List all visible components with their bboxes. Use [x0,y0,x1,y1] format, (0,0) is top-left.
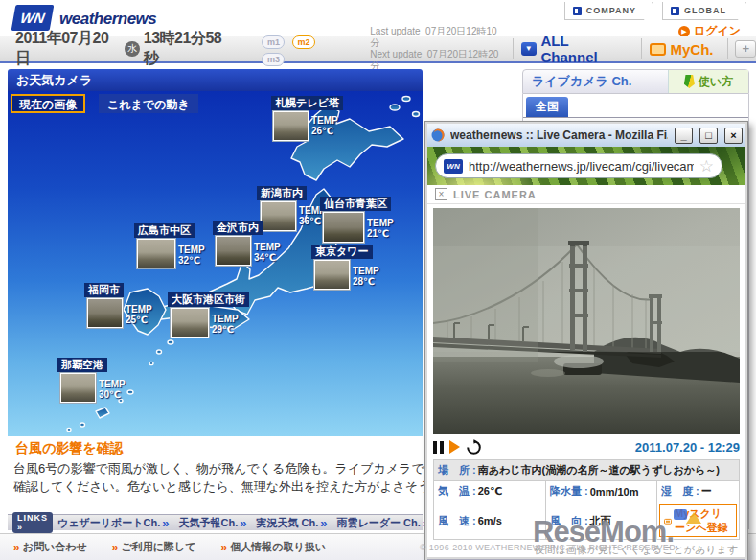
info-row-weather: 気 温 : 26℃ 降水量 : 0mm/10m 湿 度 : ー [433,481,740,502]
camera-thumbnail[interactable] [60,373,96,403]
camera-thumbnail[interactable] [261,201,296,231]
tab-current-image[interactable]: 現在の画像 [11,94,85,113]
company-button[interactable]: COMPANY [564,2,653,20]
weekday-badge: 水 [125,41,140,57]
tab-movement-history[interactable]: これまでの動き [99,94,198,113]
maximize-button[interactable]: □ [699,128,718,144]
m1-badge[interactable]: m1 [262,35,285,49]
m2-badge[interactable]: m2 [292,35,315,49]
current-date: 2011年07月20日 [15,29,121,69]
camera-name-label: 広島市中区 [134,223,195,238]
bookmark-star-icon[interactable]: ☆ [699,158,714,175]
mych-label: MyCh. [671,41,714,58]
links-button[interactable]: LINKS » [12,512,53,533]
live-camera-channel-title: ライブカメラ Ch. [523,73,631,90]
links-bar: LINKS » ウェザーリポートCh. » 天気予報Ch. » 実況天気 Ch.… [8,514,423,530]
weathernews-logo-icon[interactable]: WN [11,5,55,31]
rainfall-value: 0mm/10m [590,486,639,498]
refresh-button[interactable] [466,439,482,455]
company-icon [573,7,582,15]
place-label: 場 所 : [438,463,476,478]
camera-temp: TEMP21℃ [367,218,394,239]
minimize-button[interactable]: _ [675,128,693,144]
url-text[interactable]: http://weathernews.jp/livecam/cgi/liveca… [469,159,694,174]
notice-title: 台風の影響を確認 [15,440,124,457]
watermark-icon [674,509,687,520]
camera-name-label: 札幌テレビ塔 [271,96,343,110]
live-camera-channel-header: ライブカメラ Ch. 使い方 [522,69,749,94]
camera-temp: TEMP34℃ [254,242,281,263]
link-forecast-ch[interactable]: 天気予報Ch. [179,516,239,530]
footer-terms-link[interactable]: »ご利用に際して [112,540,196,554]
wind-speed-label: 風 速 : [438,514,476,528]
resemom-watermark: ReseMom. [533,515,674,549]
close-button[interactable]: × [724,128,743,144]
all-channel-label: ALL Channel [541,33,628,65]
link-rain-radar-ch[interactable]: 雨雲レーダー Ch. [337,516,421,530]
play-button[interactable] [449,440,460,454]
separator [727,38,728,59]
temperature-label: 気 温 : [438,484,476,499]
camera-thumbnail[interactable] [171,308,209,338]
chevron-icon: » [240,516,246,530]
next-update-label: Next update [370,49,422,59]
close-icon[interactable]: × [435,188,447,200]
help-label: 使い方 [699,74,733,90]
camera-name-label: 大阪市港区市街 [168,292,249,307]
camera-thumbnail[interactable] [314,260,350,290]
link-weather-report-ch[interactable]: ウェザーリポートCh. [57,516,160,530]
notice-line-1: 台風6号の影響で雨風が激しく、物が飛んでくる危険も。ライブカメラで外の様 [13,460,425,478]
rainfall-label: 降水量 : [550,484,588,499]
add-channel-button[interactable]: + [735,40,756,58]
bridge-scene [433,208,740,434]
tv-icon [650,43,666,56]
camera-thumbnail[interactable] [323,212,364,243]
temperature-value: 26℃ [478,485,503,498]
humidity-label: 湿 度 : [661,484,699,499]
m3-badge[interactable]: m3 [262,53,285,66]
camera-temp: TEMP25℃ [126,304,152,325]
notice-line-2: 確認してください。危ないと感じたら、無理な外出を控えた方がよさそうです。 [13,478,425,496]
login-arrow-icon: ▶ [678,26,690,37]
divider [523,117,748,118]
camera-temp: TEMP28℃ [353,266,379,287]
arrow-icon: » [13,541,20,554]
camera-name-label: 新潟市内 [257,186,307,200]
camera-name-label: 仙台市青葉区 [320,197,391,211]
tab-zenkoku[interactable]: 全国 [526,97,568,117]
japan-map: 現在の画像 これまでの動き 札幌テレビ塔 TEMP26℃ 新潟市内 TEMP36… [8,91,423,436]
mych-button[interactable]: MyCh. [650,41,714,58]
global-label: GLOBAL [684,6,726,15]
global-button[interactable]: GLOBAL [662,2,746,20]
camera-thumbnail[interactable] [87,298,123,328]
popup-title-bar[interactable]: weathernews :: Live Camera - Mozilla Fi.… [427,124,745,147]
camera-thumbnail[interactable] [273,111,309,141]
global-icon [671,7,679,15]
beginner-mark-icon [684,75,695,88]
weather-camera-panel-title: お天気カメラ [8,69,423,91]
firefox-icon [430,128,446,143]
live-camera-image [433,208,740,434]
watermark-icon [686,512,701,524]
arrow-icon: » [220,541,227,554]
camera-temp: TEMP29℃ [212,314,239,335]
all-channel-button[interactable]: ▼ ALL Channel [521,33,628,65]
camera-thumbnail[interactable] [137,239,175,268]
live-camera-label: LIVE CAMERA [453,189,537,200]
popup-title-text: weathernews :: Live Camera - Mozilla Fi.… [450,128,668,142]
link-live-weather-ch[interactable]: 実況天気 Ch. [256,516,318,530]
camera-temp: TEMP30℃ [99,379,126,400]
footer-privacy-link[interactable]: »個人情報の取り扱い [220,540,325,554]
help-button[interactable]: 使い方 [668,70,748,93]
camera-thumbnail[interactable] [216,236,251,266]
current-time: 13時21分58秒 [144,29,235,69]
camera-name-label: 福岡市 [84,283,124,297]
pause-button[interactable] [433,441,444,454]
company-label: COMPANY [586,6,636,15]
weathernews-logo-text[interactable]: weathernews [59,10,156,29]
camera-temp: TEMP26℃ [311,115,338,136]
footer-contact-link[interactable]: »お問い合わせ [13,540,87,554]
url-bar[interactable]: WN http://weathernews.jp/livecam/cgi/liv… [435,153,722,178]
camera-name-label: 那覇空港 [57,358,107,372]
last-update-label: Last update [370,26,420,36]
